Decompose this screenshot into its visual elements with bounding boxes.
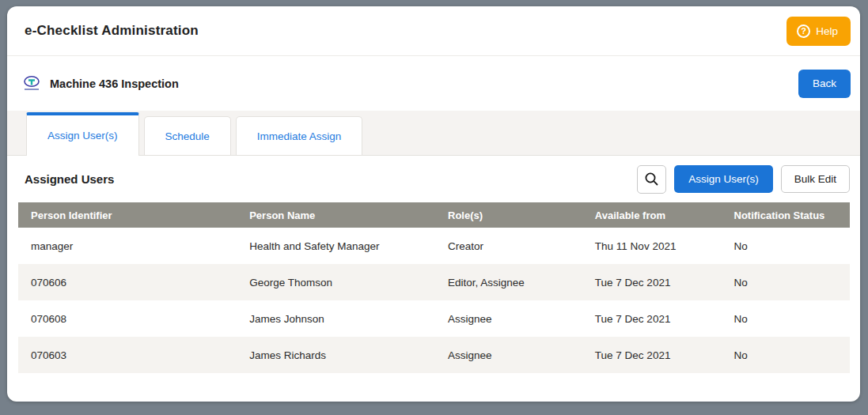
- cell-roles: Assignee: [435, 300, 582, 337]
- table-row[interactable]: manager Health and Safety Manager Creato…: [18, 228, 850, 264]
- cell-person-identifier: 070603: [18, 337, 237, 373]
- section-title: Assigned Users: [25, 172, 114, 186]
- cell-person-name: James Johnson: [237, 300, 435, 337]
- column-header-person-identifier: Person Identifier: [18, 202, 237, 228]
- cell-person-identifier: manager: [18, 228, 237, 264]
- table-row[interactable]: 070606 George Thomson Editor, Assignee T…: [18, 264, 850, 300]
- table-row[interactable]: 070603 James Richards Assignee Tue 7 Dec…: [18, 337, 850, 373]
- cell-person-name: James Richards: [237, 337, 435, 373]
- cell-roles: Editor, Assignee: [435, 264, 582, 300]
- tab-immediate-assign[interactable]: Immediate Assign: [236, 116, 363, 155]
- cell-roles: Creator: [435, 228, 582, 264]
- question-mark-icon: ?: [797, 25, 810, 38]
- assigned-users-table: Person Identifier Person Name Role(s) Av…: [18, 202, 850, 373]
- brand-logo-icon: [21, 75, 42, 92]
- cell-available-from: Tue 7 Dec 2021: [582, 264, 722, 300]
- cell-person-identifier: 070608: [18, 300, 237, 337]
- cell-notification-status: No: [722, 264, 850, 300]
- main-panel: e-Checklist Administration ? Help Machin…: [7, 6, 860, 402]
- column-header-available-from: Available from: [582, 202, 722, 228]
- cell-notification-status: No: [722, 337, 850, 373]
- help-button[interactable]: ? Help: [787, 17, 851, 46]
- cell-roles: Assignee: [435, 337, 582, 373]
- page-header: e-Checklist Administration ? Help: [7, 6, 860, 56]
- search-icon: [644, 172, 659, 187]
- tab-schedule[interactable]: Schedule: [144, 116, 231, 155]
- assign-users-button[interactable]: Assign User(s): [674, 165, 773, 193]
- cell-notification-status: No: [722, 228, 850, 264]
- cell-person-identifier: 070606: [18, 264, 237, 300]
- checklist-title: Machine 436 Inspection: [50, 77, 179, 90]
- cell-available-from: Tue 7 Dec 2021: [582, 337, 722, 373]
- cell-person-name: George Thomson: [237, 264, 435, 300]
- search-button[interactable]: [637, 165, 666, 194]
- cell-notification-status: No: [722, 300, 850, 337]
- table-row[interactable]: 070608 James Johnson Assignee Tue 7 Dec …: [18, 300, 850, 337]
- bulk-edit-button[interactable]: Bulk Edit: [781, 165, 850, 193]
- tab-assign-users[interactable]: Assign User(s): [26, 112, 139, 156]
- checklist-subheader: Machine 436 Inspection Back: [7, 56, 860, 111]
- tab-bar: Assign User(s) Schedule Immediate Assign: [7, 111, 860, 156]
- cell-person-name: Health and Safety Manager: [237, 228, 435, 264]
- cell-available-from: Tue 7 Dec 2021: [582, 300, 722, 337]
- column-header-person-name: Person Name: [237, 202, 435, 228]
- column-header-notification-status: Notification Status: [722, 202, 850, 228]
- assigned-users-toolbar: Assigned Users Assign User(s) Bulk Edit: [7, 156, 860, 202]
- column-header-roles: Role(s): [435, 202, 582, 228]
- cell-available-from: Thu 11 Nov 2021: [582, 228, 722, 264]
- back-button[interactable]: Back: [798, 70, 851, 98]
- help-button-label: Help: [816, 25, 838, 37]
- table-header-row: Person Identifier Person Name Role(s) Av…: [18, 202, 850, 228]
- assigned-users-table-wrap: Person Identifier Person Name Role(s) Av…: [7, 202, 860, 373]
- page-title: e-Checklist Administration: [25, 23, 199, 39]
